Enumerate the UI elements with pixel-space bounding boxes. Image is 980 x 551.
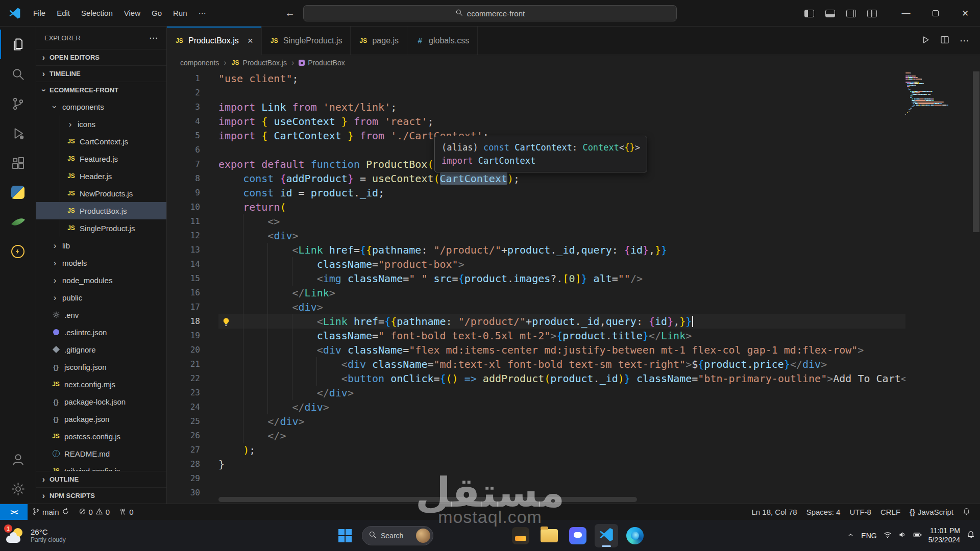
- problems-indicator[interactable]: 0 0: [74, 504, 115, 520]
- volume-icon[interactable]: [898, 531, 906, 540]
- section-npm-scripts[interactable]: › NPM SCRIPTS: [36, 487, 166, 504]
- language-mode[interactable]: {} JavaScript: [905, 508, 958, 516]
- toggle-panel-icon[interactable]: [825, 10, 835, 17]
- tab-globals-css[interactable]: #globals.css: [407, 27, 478, 55]
- tree-item-public[interactable]: ›public: [36, 289, 166, 306]
- code-line[interactable]: <div>: [218, 300, 905, 314]
- menu-view[interactable]: View: [118, 5, 146, 21]
- breadcrumb-item[interactable]: ProductBox: [299, 59, 345, 67]
- tree-item--gitignore[interactable]: .gitignore: [36, 341, 166, 358]
- code-line[interactable]: );: [218, 443, 905, 457]
- taskbar-app-orange[interactable]: [509, 524, 532, 547]
- toggle-secondary-sidebar-icon[interactable]: [846, 10, 856, 17]
- tab-singleproduct-js[interactable]: JSSingleProduct.js: [262, 27, 351, 55]
- code-line[interactable]: [218, 86, 905, 100]
- code-line[interactable]: <button onClick={() => addProduct(produc…: [218, 371, 905, 386]
- tree-item-readme-md[interactable]: iREADME.md: [36, 445, 166, 462]
- section-outline[interactable]: › OUTLINE: [36, 471, 166, 487]
- code-line[interactable]: </Link>: [218, 286, 905, 300]
- tree-item-postcss-config-js[interactable]: JSpostcss.config.js: [36, 428, 166, 445]
- notifications-bell[interactable]: [958, 508, 975, 517]
- tree-item-featured-js[interactable]: JSFeatured.js: [36, 150, 166, 167]
- code-line[interactable]: </>: [218, 429, 905, 443]
- menu-run[interactable]: Run: [167, 5, 193, 21]
- close-tab-icon[interactable]: ×: [248, 35, 253, 46]
- indentation-setting[interactable]: Spaces: 4: [802, 508, 845, 516]
- code-line[interactable]: return(: [218, 200, 905, 214]
- close-button[interactable]: ✕: [950, 0, 980, 27]
- clock[interactable]: 11:01 PM 5/23/2024: [928, 527, 960, 544]
- tray-chevron-up-icon[interactable]: [847, 531, 854, 540]
- activity-search-icon[interactable]: [0, 59, 36, 89]
- code-line[interactable]: </div>: [218, 400, 905, 414]
- taskbar-search[interactable]: Search: [362, 526, 433, 545]
- tree-item-newproducts-js[interactable]: JSNewProducts.js: [36, 185, 166, 202]
- toggle-sidebar-icon[interactable]: [804, 10, 814, 17]
- weather-widget[interactable]: 1 26°C Partly cloudy: [6, 527, 66, 544]
- run-button[interactable]: [921, 35, 930, 46]
- tree-item-icons[interactable]: ›icons: [36, 115, 166, 133]
- explorer-more-actions-icon[interactable]: ⋯: [149, 33, 158, 43]
- tree-item-package-json[interactable]: {}package.json: [36, 410, 166, 428]
- breadcrumb-item[interactable]: components: [180, 59, 219, 67]
- code-editor[interactable]: 1234567891011121314151617181920212223242…: [167, 70, 980, 504]
- tree-item-package-lock-json[interactable]: {}package-lock.json: [36, 393, 166, 410]
- tree-item-next-config-mjs[interactable]: JSnext.config.mjs: [36, 375, 166, 393]
- tree-item-productbox-js[interactable]: JSProductBox.js: [36, 202, 166, 219]
- vertical-scrollbar[interactable]: [973, 71, 979, 232]
- taskbar-file-explorer[interactable]: [537, 524, 561, 547]
- code-line[interactable]: <div className="flex md:items-center md:…: [218, 343, 905, 357]
- code-line[interactable]: const {addProduct} = useContext(CartCont…: [218, 171, 905, 186]
- taskbar-chat-app[interactable]: [566, 524, 590, 547]
- tree-item-singlepro-duct-js[interactable]: JSSingleProduct.js: [36, 219, 166, 237]
- taskbar-vscode[interactable]: [595, 524, 618, 547]
- code-line[interactable]: [218, 471, 905, 486]
- code-line[interactable]: className="product-box">: [218, 257, 905, 271]
- activity-settings-icon[interactable]: [0, 474, 36, 504]
- tree-item-components[interactable]: ›components: [36, 98, 166, 115]
- menu-edit[interactable]: Edit: [51, 5, 76, 21]
- activity-run-debug-icon[interactable]: [0, 118, 36, 148]
- activity-python-icon[interactable]: [0, 178, 36, 207]
- code-line[interactable]: const id = product._id;: [218, 186, 905, 200]
- encoding-setting[interactable]: UTF-8: [845, 508, 876, 516]
- minimap[interactable]: [905, 72, 949, 118]
- code-line[interactable]: <img className=" " src={product.images?.…: [218, 271, 905, 286]
- tree-item-lib[interactable]: ›lib: [36, 237, 166, 254]
- activity-account-icon[interactable]: [0, 444, 36, 474]
- section-open-editors[interactable]: › OPEN EDITORS: [36, 49, 166, 65]
- lightbulb-icon[interactable]: [222, 316, 231, 330]
- notification-bell-icon[interactable]: [967, 531, 975, 540]
- taskbar-edge[interactable]: [623, 524, 647, 547]
- menu-selection[interactable]: Selection: [76, 5, 118, 21]
- menu-file[interactable]: File: [28, 5, 51, 21]
- code-line[interactable]: import { useContext } from 'react';: [218, 114, 905, 129]
- code-line[interactable]: </div>: [218, 386, 905, 400]
- activity-explorer-icon[interactable]: [0, 30, 36, 59]
- code-line[interactable]: <div className="md:text-xl font-bold tex…: [218, 357, 905, 371]
- tree-item-jsconfig-json[interactable]: {}jsconfig.json: [36, 358, 166, 375]
- section-timeline[interactable]: › TIMELINE: [36, 65, 166, 82]
- tree-item-models[interactable]: ›models: [36, 254, 166, 271]
- split-editor-button[interactable]: [940, 35, 949, 46]
- section-project[interactable]: › ECOMMERCE-FRONT: [36, 82, 166, 98]
- code-line[interactable]: <>: [218, 214, 905, 229]
- menu-go[interactable]: Go: [146, 5, 167, 21]
- wifi-icon[interactable]: [884, 531, 892, 540]
- ports-indicator[interactable]: 0: [114, 504, 138, 520]
- remote-indicator[interactable]: ><: [0, 504, 28, 520]
- customize-layout-icon[interactable]: [867, 10, 877, 17]
- tree-item--env[interactable]: .env: [36, 306, 166, 323]
- cursor-position[interactable]: Ln 18, Col 78: [747, 508, 801, 516]
- code-line[interactable]: import Link from 'next/link';: [218, 100, 905, 114]
- tree-item--eslintrc-json[interactable]: .eslintrc.json: [36, 323, 166, 341]
- start-button[interactable]: [333, 524, 357, 547]
- menu-more[interactable]: ⋯: [193, 5, 212, 21]
- activity-thunder-client-icon[interactable]: [0, 237, 36, 266]
- code-line[interactable]: </div>: [218, 414, 905, 429]
- tab-productbox-js[interactable]: JSProductBox.js×: [167, 27, 262, 55]
- tree-item-tailwind-config-js[interactable]: JStailwind.config.js: [36, 462, 166, 471]
- command-center-search[interactable]: ecommerce-front: [303, 5, 677, 21]
- minimize-button[interactable]: —: [891, 0, 921, 27]
- tree-item-header-js[interactable]: JSHeader.js: [36, 167, 166, 185]
